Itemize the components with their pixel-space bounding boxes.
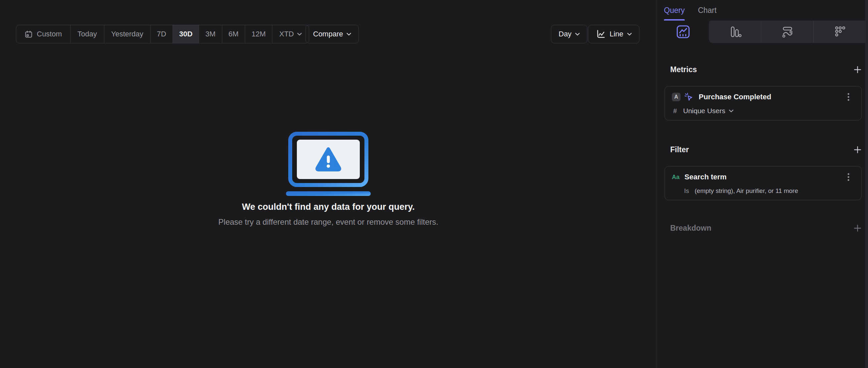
view-type-tab-bar bbox=[657, 21, 866, 43]
metric-card[interactable]: A Purchase Completed # bbox=[664, 86, 862, 121]
view-tab-insights[interactable] bbox=[657, 21, 709, 43]
date-preset-label: 6M bbox=[228, 30, 239, 38]
no-data-laptop-illustration bbox=[283, 130, 373, 198]
tab-chart-label: Chart bbox=[698, 6, 717, 15]
tab-query[interactable]: Query bbox=[664, 0, 685, 21]
date-preset-custom[interactable]: Custom bbox=[16, 25, 70, 43]
date-preset-7d[interactable]: 7D bbox=[150, 25, 173, 43]
query-sections: Metrics A Purchase Completed bbox=[657, 63, 868, 235]
tab-query-label: Query bbox=[664, 6, 685, 15]
filter-heading: Filter bbox=[670, 145, 689, 154]
date-range-segmented-control: Custom Today Yesterday 7D 30D 3M 6M 12M bbox=[16, 25, 309, 43]
tab-chart[interactable]: Chart bbox=[698, 0, 717, 21]
date-preset-label: Today bbox=[78, 30, 97, 38]
string-property-type-icon: Aa bbox=[672, 174, 681, 181]
breakdown-section-header: Breakdown bbox=[664, 222, 862, 235]
empty-state-subtitle: Please try a different date range, event… bbox=[0, 218, 657, 227]
chevron-down-icon bbox=[346, 33, 351, 36]
date-preset-12m[interactable]: 12M bbox=[245, 25, 272, 43]
filter-values: (empty string), Air purifier, or 11 more bbox=[695, 187, 798, 195]
chevron-down-icon bbox=[575, 33, 580, 36]
compare-button[interactable]: Compare bbox=[306, 25, 359, 43]
insights-line-icon bbox=[676, 24, 691, 39]
date-preset-3m[interactable]: 3M bbox=[199, 25, 222, 43]
empty-state-title: We couldn't find any data for your query… bbox=[0, 202, 657, 212]
plus-icon bbox=[853, 145, 862, 154]
date-preset-today[interactable]: Today bbox=[70, 25, 104, 43]
flows-icon bbox=[780, 25, 795, 39]
analytics-app: Custom Today Yesterday 7D 30D 3M 6M 12M bbox=[0, 0, 868, 368]
filter-row: Aa Search term bbox=[672, 172, 855, 182]
sidebar-scrollbar[interactable] bbox=[865, 0, 868, 368]
calendar-icon bbox=[25, 30, 33, 38]
date-preset-label: Yesterday bbox=[111, 30, 144, 38]
chevron-down-icon bbox=[729, 109, 734, 112]
aggregation-label: Unique Users bbox=[683, 107, 725, 115]
metrics-section-header: Metrics bbox=[664, 63, 862, 76]
retention-dots-icon bbox=[833, 25, 847, 39]
filter-property-name[interactable]: Search term bbox=[684, 173, 726, 181]
view-tab-funnels[interactable] bbox=[709, 21, 761, 43]
breakdown-heading: Breakdown bbox=[670, 224, 711, 233]
view-tab-flows[interactable] bbox=[761, 21, 813, 43]
filter-card[interactable]: Aa Search term Is (empty string), Air pu… bbox=[664, 166, 862, 200]
active-tab-underline bbox=[664, 19, 685, 21]
date-preset-xtd[interactable]: XTD bbox=[272, 25, 309, 43]
main-chart-area: Custom Today Yesterday 7D 30D 3M 6M 12M bbox=[0, 0, 657, 368]
plus-icon bbox=[853, 224, 862, 233]
chevron-down-icon bbox=[297, 33, 302, 36]
filter-menu-button[interactable] bbox=[844, 172, 852, 182]
event-click-icon bbox=[684, 92, 693, 102]
granularity-button[interactable]: Day bbox=[551, 25, 587, 43]
metric-menu-button[interactable] bbox=[844, 92, 852, 102]
metric-event-name[interactable]: Purchase Completed bbox=[699, 93, 771, 101]
date-preset-label: 12M bbox=[251, 30, 266, 38]
query-builder-sidebar: Query Chart bbox=[657, 0, 868, 368]
filter-section-header: Filter bbox=[664, 143, 862, 156]
date-preset-label: 3M bbox=[206, 30, 216, 38]
metric-aggregation-row[interactable]: # Unique Users bbox=[672, 107, 855, 115]
filter-operator: Is bbox=[684, 187, 689, 195]
date-preset-label: 30D bbox=[179, 30, 192, 38]
add-filter-button[interactable] bbox=[851, 143, 864, 156]
kebab-menu-icon bbox=[847, 93, 849, 101]
filter-condition-row[interactable]: Is (empty string), Air purifier, or 11 m… bbox=[672, 187, 855, 195]
view-tab-retention[interactable] bbox=[813, 21, 866, 43]
sidebar-tab-bar: Query Chart bbox=[657, 0, 868, 21]
add-metric-button[interactable] bbox=[851, 63, 864, 76]
metric-letter-badge: A bbox=[672, 93, 681, 101]
date-preset-6m[interactable]: 6M bbox=[222, 25, 245, 43]
date-preset-yesterday[interactable]: Yesterday bbox=[104, 25, 150, 43]
granularity-label: Day bbox=[559, 30, 571, 38]
date-preset-30d-selected[interactable]: 30D bbox=[173, 25, 199, 43]
kebab-menu-icon bbox=[847, 173, 849, 181]
metric-row: A Purchase Completed bbox=[672, 92, 855, 102]
date-preset-label: 7D bbox=[157, 30, 166, 38]
chevron-down-icon bbox=[627, 33, 632, 36]
chart-type-label: Line bbox=[610, 30, 623, 38]
funnel-bars-icon bbox=[728, 25, 742, 39]
aggregation-symbol: # bbox=[673, 107, 683, 115]
line-chart-icon bbox=[596, 29, 606, 39]
chart-type-button[interactable]: Line bbox=[588, 25, 640, 43]
plus-icon bbox=[853, 65, 862, 74]
date-preset-label: Custom bbox=[37, 30, 62, 38]
compare-label: Compare bbox=[313, 30, 343, 38]
add-breakdown-button[interactable] bbox=[851, 222, 864, 235]
date-preset-label: XTD bbox=[279, 30, 294, 38]
metrics-heading: Metrics bbox=[670, 65, 697, 74]
